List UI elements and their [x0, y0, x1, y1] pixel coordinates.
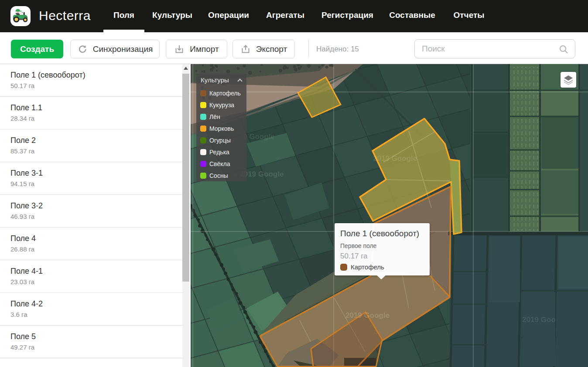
svg-text:2019 Google: 2019 Google: [345, 311, 390, 319]
svg-text:2019 Google: 2019 Google: [373, 154, 417, 163]
svg-text:9 Google: 9 Google: [243, 133, 275, 141]
svg-text:2019 Goo: 2019 Goo: [522, 316, 556, 324]
